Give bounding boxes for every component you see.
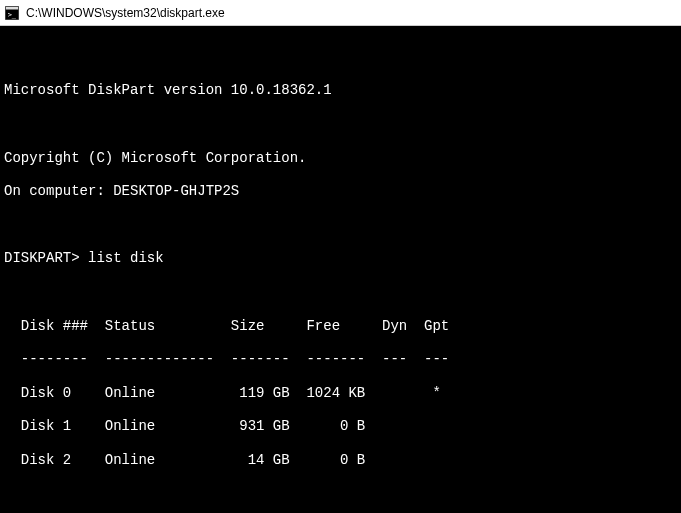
blank-line: [4, 486, 677, 503]
table-row: Disk 0 Online 119 GB 1024 KB *: [4, 385, 677, 402]
table-row: Disk 1 Online 931 GB 0 B: [4, 418, 677, 435]
titlebar[interactable]: >_ C:\WINDOWS\system32\diskpart.exe: [0, 0, 681, 26]
terminal-output[interactable]: Microsoft DiskPart version 10.0.18362.1 …: [0, 26, 681, 513]
svg-rect-1: [6, 6, 18, 9]
computer-line: On computer: DESKTOP-GHJTP2S: [4, 183, 677, 200]
table-row: Disk 2 Online 14 GB 0 B: [4, 452, 677, 469]
blank-line: [4, 116, 677, 133]
window-title: C:\WINDOWS\system32\diskpart.exe: [26, 6, 225, 20]
table-divider: -------- ------------- ------- ------- -…: [4, 351, 677, 368]
blank-line: [4, 284, 677, 301]
cmd-icon: >_: [4, 5, 20, 21]
version-line: Microsoft DiskPart version 10.0.18362.1: [4, 82, 677, 99]
svg-text:>_: >_: [8, 10, 17, 18]
prompt-list-disk: DISKPART> list disk: [4, 250, 677, 267]
table-header: Disk ### Status Size Free Dyn Gpt: [4, 318, 677, 335]
blank-line: [4, 49, 677, 66]
blank-line: [4, 217, 677, 234]
copyright-line: Copyright (C) Microsoft Corporation.: [4, 150, 677, 167]
